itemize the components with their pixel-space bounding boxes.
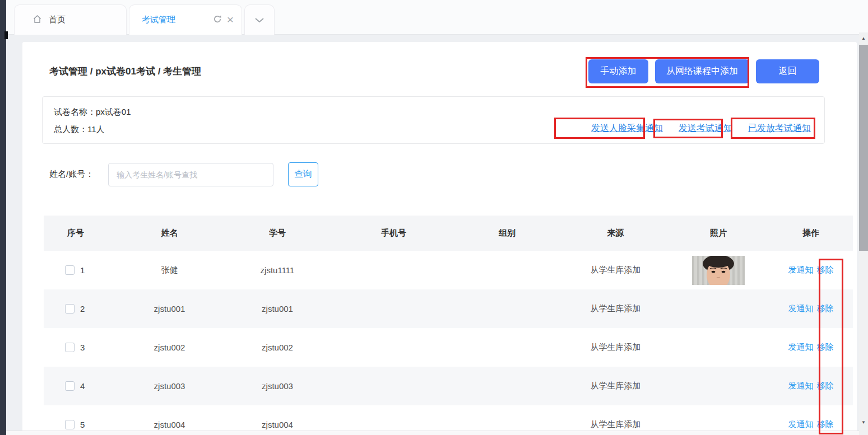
cell-name: 张健 xyxy=(120,265,219,275)
back-button[interactable]: 返回 xyxy=(756,59,819,83)
header-phone: 手机号 xyxy=(336,228,451,238)
header-source: 来源 xyxy=(563,228,668,238)
remove-link[interactable]: 移除 xyxy=(817,303,834,314)
cell-seq: 3 xyxy=(80,343,85,352)
close-icon[interactable]: × xyxy=(227,13,234,25)
search-label: 姓名/账号： xyxy=(49,169,108,180)
horizontal-scrollbar[interactable] xyxy=(6,431,859,435)
remove-link[interactable]: 移除 xyxy=(817,265,834,275)
scrollbar-thumb[interactable] xyxy=(859,45,868,251)
home-icon xyxy=(33,15,42,25)
table-header-row: 序号 姓名 学号 手机号 组别 来源 照片 操作 xyxy=(44,216,853,251)
cell-student-id: zjstu001 xyxy=(219,304,336,314)
send-face-collection-link[interactable]: 发送人脸采集通知 xyxy=(591,123,663,134)
header-action: 操作 xyxy=(769,228,853,238)
row-checkbox[interactable] xyxy=(65,343,75,352)
send-notice-link[interactable]: 发通知 xyxy=(788,265,814,275)
header-group: 组别 xyxy=(451,228,563,238)
cell-source: 从学生库添加 xyxy=(563,381,668,391)
tab-bar: 首页 考试管理 × xyxy=(6,0,868,35)
exam-info-box: 试卷名称：px试卷01 总人数：11人 发送人脸采集通知 发送考试通知 已发放考… xyxy=(42,96,825,144)
remove-link[interactable]: 移除 xyxy=(817,342,834,353)
tab-exam-label: 考试管理 xyxy=(142,15,213,25)
row-checkbox[interactable] xyxy=(65,381,75,391)
cell-student-id: zjstu003 xyxy=(219,381,336,391)
cell-student-id: zjstu004 xyxy=(219,420,336,429)
cell-source: 从学生库添加 xyxy=(563,419,668,430)
row-checkbox[interactable] xyxy=(65,420,75,429)
issued-exam-notice-link[interactable]: 已发放考试通知 xyxy=(748,123,811,134)
send-notice-link[interactable]: 发通知 xyxy=(788,419,814,430)
send-notice-link[interactable]: 发通知 xyxy=(788,303,814,314)
student-photo xyxy=(692,256,745,285)
cell-student-id: zjstu002 xyxy=(219,343,336,352)
cell-source: 从学生库添加 xyxy=(563,303,668,314)
remove-link[interactable]: 移除 xyxy=(817,381,834,391)
breadcrumb: 考试管理 / px试卷01考试 / 考生管理 xyxy=(49,65,201,78)
table-row: 1 张健 zjstu1111 从学生库添加 xyxy=(44,251,853,289)
collapsed-sidebar xyxy=(0,0,6,435)
tab-dropdown[interactable] xyxy=(244,4,275,35)
send-exam-notice-link[interactable]: 发送考试通知 xyxy=(679,123,732,134)
paper-name-value: px试卷01 xyxy=(96,107,131,116)
search-input[interactable] xyxy=(108,163,273,186)
scroll-down-button[interactable]: ▼ xyxy=(859,417,868,428)
remove-link[interactable]: 移除 xyxy=(817,419,834,430)
header-seq: 序号 xyxy=(44,228,120,238)
cell-seq: 4 xyxy=(80,381,85,391)
cell-name: zjstu002 xyxy=(120,343,219,352)
add-from-course-button[interactable]: 从网络课程中添加 xyxy=(655,59,749,83)
row-checkbox[interactable] xyxy=(65,265,75,275)
students-table: 序号 姓名 学号 手机号 组别 来源 照片 操作 1 张健 zjstu1111 … xyxy=(44,216,853,435)
tab-home-label: 首页 xyxy=(49,15,66,25)
tab-exam-management[interactable]: 考试管理 × xyxy=(129,4,242,35)
table-row: 3 zjstu002 zjstu002 从学生库添加 发通知 移除 xyxy=(44,328,853,367)
refresh-icon[interactable] xyxy=(213,15,222,25)
row-checkbox[interactable] xyxy=(65,304,75,314)
toolbar: 手动添加 从网络课程中添加 返回 xyxy=(588,59,819,83)
cell-seq: 5 xyxy=(80,420,85,429)
search-button[interactable]: 查询 xyxy=(288,162,318,186)
send-notice-link[interactable]: 发通知 xyxy=(788,342,814,353)
content-panel: 考试管理 / px试卷01考试 / 考生管理 手动添加 从网络课程中添加 返回 … xyxy=(22,42,857,435)
sidebar-notch xyxy=(4,31,8,39)
chevron-down-icon xyxy=(254,15,264,25)
total-count-value: 11人 xyxy=(87,124,105,134)
vertical-scrollbar[interactable]: ▲ ▼ xyxy=(859,32,868,435)
paper-name-label: 试卷名称： xyxy=(54,107,96,116)
tab-home[interactable]: 首页 xyxy=(14,4,127,35)
search-bar: 姓名/账号： 查询 xyxy=(49,162,857,186)
scroll-up-button[interactable]: ▲ xyxy=(859,32,868,44)
cell-source: 从学生库添加 xyxy=(563,342,668,353)
cell-student-id: zjstu1111 xyxy=(219,265,336,275)
table-row: 4 zjstu003 zjstu003 从学生库添加 发通知 移除 xyxy=(44,367,853,405)
send-notice-link[interactable]: 发通知 xyxy=(788,381,814,391)
table-row: 2 zjstu001 zjstu001 从学生库添加 发通知 移除 xyxy=(44,289,853,328)
cell-seq: 1 xyxy=(80,265,85,275)
cell-name: zjstu004 xyxy=(120,420,219,429)
cell-seq: 2 xyxy=(80,304,85,314)
cell-name: zjstu001 xyxy=(120,304,219,314)
header-photo: 照片 xyxy=(668,228,769,238)
cell-name: zjstu003 xyxy=(120,381,219,391)
manual-add-button[interactable]: 手动添加 xyxy=(588,59,648,83)
cell-source: 从学生库添加 xyxy=(563,265,668,275)
total-count-label: 总人数： xyxy=(54,124,87,134)
header-student-id: 学号 xyxy=(219,228,336,238)
header-name: 姓名 xyxy=(120,228,219,238)
